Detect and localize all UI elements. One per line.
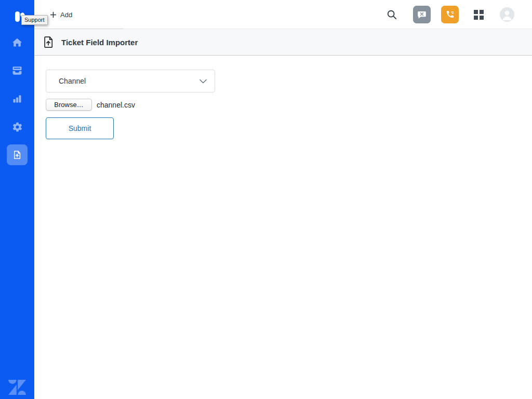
file-upload-icon bbox=[42, 35, 55, 49]
add-tab-label: Add bbox=[60, 11, 72, 19]
search-icon bbox=[387, 9, 397, 20]
page-header: Ticket Field Importer bbox=[34, 29, 532, 56]
sidebar-item-reporting[interactable] bbox=[6, 87, 29, 110]
gear-icon bbox=[12, 122, 23, 132]
page-title: Ticket Field Importer bbox=[61, 38, 138, 47]
sidebar-item-home[interactable] bbox=[6, 31, 29, 54]
support-tooltip-label: Support bbox=[24, 17, 45, 23]
search-button[interactable] bbox=[387, 9, 397, 20]
products-grid-button[interactable] bbox=[474, 10, 484, 20]
add-tab-button[interactable]: Add bbox=[50, 9, 72, 20]
sidebar bbox=[0, 0, 34, 399]
topbar-actions bbox=[387, 0, 514, 29]
sidebar-item-admin[interactable] bbox=[6, 115, 29, 138]
zendesk-logo bbox=[8, 380, 26, 393]
chat-offline-icon bbox=[416, 9, 428, 20]
submit-button[interactable]: Submit bbox=[46, 117, 114, 139]
phone-icon bbox=[445, 9, 455, 20]
views-icon bbox=[11, 65, 23, 76]
topbar: Add bbox=[34, 0, 532, 29]
chat-app-button[interactable] bbox=[413, 6, 431, 23]
avatar-icon bbox=[500, 7, 514, 22]
chevron-down-icon bbox=[200, 79, 207, 84]
sidebar-nav bbox=[0, 31, 34, 171]
talk-app-button[interactable] bbox=[441, 6, 459, 23]
user-avatar-button[interactable] bbox=[500, 7, 514, 22]
channel-select[interactable]: Channel bbox=[46, 70, 215, 92]
bar-chart-icon bbox=[12, 94, 22, 104]
main-content: Channel Browse… channel.csv Submit bbox=[34, 56, 532, 139]
sidebar-item-ticket-field-importer[interactable] bbox=[7, 144, 28, 165]
file-input-row: Browse… channel.csv bbox=[46, 99, 532, 111]
selected-file-name: channel.csv bbox=[97, 101, 135, 109]
browse-button[interactable]: Browse… bbox=[46, 99, 92, 111]
products-grid-icon bbox=[474, 10, 484, 20]
file-upload-icon bbox=[12, 150, 22, 160]
sidebar-item-views[interactable] bbox=[6, 59, 29, 82]
support-tooltip: Support bbox=[21, 15, 48, 25]
channel-select-value: Channel bbox=[59, 77, 86, 85]
home-icon bbox=[11, 37, 23, 48]
plus-icon bbox=[50, 11, 57, 18]
